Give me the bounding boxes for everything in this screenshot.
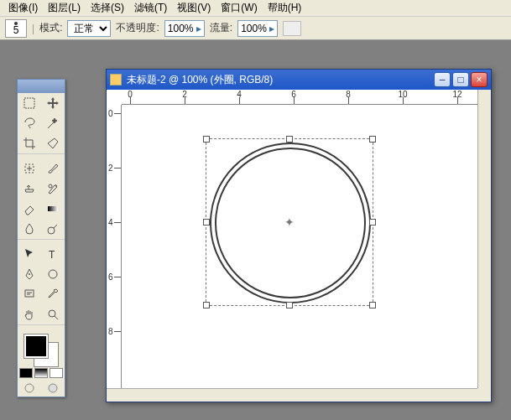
slice-tool[interactable] — [41, 133, 65, 153]
svg-rect-3 — [48, 206, 58, 211]
path-selection-tool[interactable] — [18, 244, 41, 264]
transform-handle-e[interactable] — [369, 219, 376, 226]
color-swatch[interactable] — [18, 329, 65, 366]
transform-center-icon[interactable]: ✦ — [284, 215, 295, 229]
move-tool[interactable] — [41, 93, 65, 113]
mini-swatch — [34, 368, 48, 378]
toolbox-panel: T — [17, 79, 65, 397]
mode-select[interactable]: 正常 — [67, 20, 111, 37]
brush-preset-picker[interactable]: 5 — [5, 19, 27, 38]
healing-brush-tool[interactable] — [18, 158, 41, 179]
svg-point-10 — [25, 384, 34, 392]
options-bar: 5 | 模式: 正常 不透明度: 100%▸ 流量: 100%▸ — [0, 17, 511, 40]
vertical-scrollbar[interactable] — [477, 90, 491, 388]
transform-handle-s[interactable] — [286, 302, 293, 309]
magic-wand-tool[interactable] — [41, 113, 65, 133]
quick-mask-mode[interactable] — [41, 380, 65, 397]
ruler-tick-label: 8 — [108, 327, 113, 336]
transform-handle-n[interactable] — [286, 136, 293, 143]
document-titlebar[interactable]: 未标题-2 @ 100% (外圈, RGB/8) – □ × — [107, 70, 491, 90]
menu-window[interactable]: 窗口(W) — [216, 1, 262, 15]
svg-point-4 — [48, 227, 55, 234]
svg-rect-8 — [25, 290, 34, 297]
menu-help[interactable]: 帮助(H) — [263, 1, 307, 15]
opacity-input[interactable]: 100%▸ — [164, 20, 205, 37]
menu-bar: 图像(I) 图层(L) 选择(S) 滤镜(T) 视图(V) 窗口(W) 帮助(H… — [0, 0, 511, 17]
mini-swatch — [50, 368, 63, 378]
horizontal-ruler[interactable]: 024681012 — [122, 90, 477, 105]
notes-tool[interactable] — [18, 284, 41, 304]
svg-point-7 — [49, 270, 57, 278]
ruler-tick-label: 4 — [237, 90, 242, 99]
menu-filter[interactable]: 滤镜(T) — [129, 1, 172, 15]
ruler-tick-label: 2 — [108, 163, 113, 173]
brush-tool[interactable] — [41, 158, 65, 179]
horizontal-scrollbar[interactable] — [107, 388, 477, 402]
quick-mask-standard[interactable] — [18, 380, 41, 397]
lasso-tool[interactable] — [18, 113, 41, 133]
marquee-tool[interactable] — [18, 93, 41, 113]
minimize-button[interactable]: – — [434, 72, 451, 87]
document-icon — [110, 74, 122, 86]
ruler-tick-label: 0 — [128, 90, 133, 99]
transform-handle-se[interactable] — [369, 302, 376, 309]
scrollbar-corner — [477, 388, 491, 402]
svg-point-9 — [49, 310, 55, 317]
mode-label: 模式: — [39, 21, 62, 35]
eraser-tool[interactable] — [18, 199, 41, 219]
svg-point-11 — [49, 384, 57, 392]
zoom-tool[interactable] — [41, 304, 65, 324]
close-button[interactable]: × — [471, 72, 488, 87]
transform-handle-nw[interactable] — [203, 136, 210, 143]
menu-select[interactable]: 选择(S) — [86, 1, 129, 15]
flow-input[interactable]: 100%▸ — [237, 20, 278, 37]
opacity-label: 不透明度: — [116, 21, 159, 35]
svg-point-6 — [29, 273, 30, 275]
maximize-button[interactable]: □ — [452, 72, 469, 87]
canvas[interactable]: ✦ — [122, 105, 477, 388]
ruler-tick-label: 12 — [452, 90, 461, 99]
svg-text:T: T — [49, 249, 55, 261]
ruler-tick-label: 4 — [108, 218, 113, 227]
menu-image[interactable]: 图像(I) — [3, 1, 43, 15]
crop-tool[interactable] — [18, 133, 41, 153]
blur-tool[interactable] — [18, 219, 41, 239]
pen-tool[interactable] — [18, 264, 41, 284]
toolbox-header[interactable] — [18, 80, 65, 93]
dodge-tool[interactable] — [41, 219, 65, 239]
hand-tool[interactable] — [18, 304, 41, 324]
ruler-tick-label: 2 — [182, 90, 187, 99]
transform-handle-sw[interactable] — [203, 302, 210, 309]
free-transform-box[interactable]: ✦ — [206, 138, 373, 306]
ruler-tick-label: 8 — [346, 90, 351, 99]
ruler-tick-label: 6 — [108, 272, 113, 282]
document-title: 未标题-2 @ 100% (外圈, RGB/8) — [127, 73, 429, 87]
transform-handle-w[interactable] — [203, 219, 210, 226]
eyedropper-tool[interactable] — [41, 284, 65, 304]
transform-handle-ne[interactable] — [369, 136, 376, 143]
vertical-ruler[interactable]: 02468 — [107, 105, 122, 388]
workspace: T 未标题-2 @ 100% (外圈, RGB/8) — [0, 40, 511, 420]
foreground-color-swatch[interactable] — [24, 334, 48, 358]
ruler-tick-label: 0 — [108, 109, 113, 118]
menu-layer[interactable]: 图层(L) — [43, 1, 86, 15]
brush-size-value: 5 — [13, 25, 19, 35]
ruler-tick-label: 6 — [291, 90, 296, 99]
menu-view[interactable]: 视图(V) — [172, 1, 216, 15]
history-brush-tool[interactable] — [41, 179, 65, 199]
ruler-tick-label: 10 — [398, 90, 407, 99]
svg-rect-0 — [24, 98, 34, 108]
mini-swatch — [19, 368, 33, 378]
airbrush-icon[interactable] — [283, 21, 301, 36]
flow-label: 流量: — [210, 21, 232, 35]
svg-point-2 — [49, 184, 52, 188]
type-tool[interactable]: T — [41, 244, 65, 264]
clone-stamp-tool[interactable] — [18, 179, 41, 199]
gradient-tool[interactable] — [41, 199, 65, 219]
document-window: 未标题-2 @ 100% (外圈, RGB/8) – □ × 024681012… — [106, 69, 492, 402]
shape-tool[interactable] — [41, 264, 65, 284]
separator: | — [32, 23, 34, 34]
